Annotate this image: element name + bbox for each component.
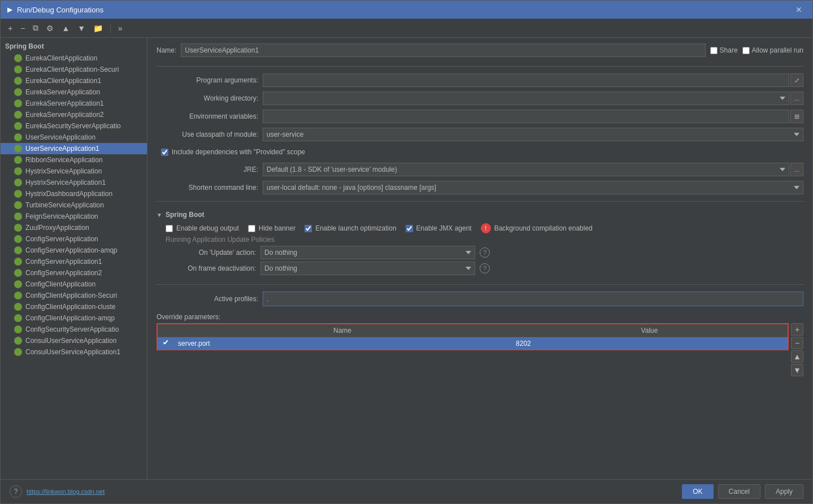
sidebar-item-hystrixdashboardapplication[interactable]: HystrixDashboardApplication [1, 188, 147, 199]
bottom-bar: ? https://linkwon.blog.csdn.net OK Cance… [1, 479, 812, 503]
jre-select[interactable]: Default (1.8 - SDK of 'user-service' mod… [263, 163, 789, 176]
apply-button[interactable]: Apply [765, 484, 803, 499]
website-link[interactable]: https://linkwon.blog.csdn.net [27, 488, 105, 495]
sidebar-item-eurekaclientapplication-securi[interactable]: EurekaClientApplication-Securi [1, 64, 147, 75]
sidebar-item-configclientapplication[interactable]: ConfigClientApplication [1, 279, 147, 290]
sidebar-item-configserverapplication[interactable]: ConfigServerApplication [1, 233, 147, 245]
close-button[interactable]: ✕ [792, 4, 806, 15]
sidebar-item-userserviceapplication1[interactable]: UserServiceApplication1 [1, 143, 147, 154]
sidebar: Spring Boot EurekaClientApplication Eure… [1, 38, 147, 479]
frame-deactivation-info-icon[interactable]: ? [480, 263, 490, 273]
sidebar-item-eurekaclientapplication[interactable]: EurekaClientApplication [1, 53, 147, 64]
working-dir-browse-button[interactable]: ... [790, 92, 803, 105]
enable-launch-option[interactable]: Enable launch optimization [305, 224, 396, 232]
env-vars-input[interactable] [263, 110, 789, 123]
sidebar-item-configclientapplication-securi[interactable]: ConfigClientApplication-Securi [1, 290, 147, 301]
override-remove-button[interactable]: − [791, 337, 803, 349]
sidebar-item-configclientapplication-cluste[interactable]: ConfigClientApplication-cluste [1, 301, 147, 312]
override-add-button[interactable]: + [791, 323, 803, 336]
more-button[interactable]: » [115, 22, 125, 34]
warning-icon: ! [481, 223, 491, 233]
classpath-select[interactable]: user-service [263, 128, 803, 141]
remove-config-button[interactable]: − [18, 22, 28, 34]
sidebar-item-feignserviceapplication[interactable]: FeignServiceApplication [1, 211, 147, 222]
sidebar-item-configserverapplication1[interactable]: ConfigServerApplication1 [1, 256, 147, 267]
spring-boot-section-header[interactable]: ▼ Spring Boot [156, 208, 803, 221]
sidebar-item-eurekaserverapplication2[interactable]: EurekaServerApplication2 [1, 109, 147, 120]
include-deps-checkbox[interactable] [161, 149, 168, 156]
parallel-option[interactable]: Allow parallel run [742, 46, 803, 54]
shorten-select[interactable]: user-local default: none - java [options… [263, 181, 803, 194]
copy-config-button[interactable]: ⧉ [30, 21, 41, 34]
active-profiles-label: Active profiles: [156, 295, 258, 303]
update-action-info-icon[interactable]: ? [480, 247, 490, 258]
frame-deactivation-select[interactable]: Do nothing Update resources Update class… [260, 262, 475, 275]
running-app-label: Running Application Update Policies [166, 236, 803, 244]
override-table-container: Name Value server.port [156, 323, 789, 350]
sidebar-item-eurekasecurityserverapplication[interactable]: EurekaSecurityServerApplicatio [1, 120, 147, 132]
sidebar-item-configsecurityserverapplication[interactable]: ConfigSecurityServerApplicatio [1, 324, 147, 335]
sidebar-item-label: ConsulUserServiceApplication [25, 337, 116, 345]
sidebar-item-zuulproxyapplication[interactable]: ZuulProxyApplication [1, 222, 147, 233]
spring-boot-icon [14, 77, 22, 85]
sidebar-item-eurekaserverapplication[interactable]: EurekaServerApplication [1, 86, 147, 98]
toolbar-separator [110, 23, 111, 33]
override-row-value: 8202 [511, 337, 788, 350]
spring-boot-icon [14, 66, 22, 73]
update-action-select[interactable]: Do nothing Update resources Update class… [260, 246, 475, 259]
parallel-checkbox[interactable] [742, 47, 750, 54]
env-vars-browse-button[interactable]: ⊞ [790, 110, 803, 123]
spring-boot-icon [14, 280, 22, 288]
hide-banner-option[interactable]: Hide banner [248, 224, 295, 232]
active-profiles-input[interactable] [263, 292, 803, 306]
hide-banner-checkbox[interactable] [248, 225, 255, 232]
enable-jmx-checkbox[interactable] [406, 225, 413, 232]
override-col-value: Value [511, 324, 788, 337]
right-panel: Name: Share Allow parallel run Program a… [147, 38, 812, 479]
add-config-button[interactable]: + [5, 22, 15, 34]
enable-jmx-option[interactable]: Enable JMX agent [406, 224, 472, 232]
working-dir-select[interactable] [263, 92, 789, 105]
sidebar-item-userserviceapplication[interactable]: UserServiceApplication [1, 132, 147, 143]
include-deps-option[interactable]: Include dependencies with "Provided" sco… [161, 148, 305, 156]
sidebar-item-ribbonserviceapplication[interactable]: RibbonServiceApplication [1, 154, 147, 166]
share-option[interactable]: Share [710, 46, 738, 54]
update-action-label: On 'Update' action: [166, 249, 256, 257]
help-button[interactable]: ? [10, 485, 22, 498]
sidebar-item-eurekaclientapplication1[interactable]: EurekaClientApplication1 [1, 75, 147, 86]
sidebar-item-configserverapplication-amqp[interactable]: ConfigServerApplication-amqp [1, 245, 147, 256]
sidebar-item-consuluserserviceapplication[interactable]: ConsulUserServiceApplication [1, 335, 147, 346]
include-deps-row: Include dependencies with "Provided" sco… [156, 148, 803, 156]
sidebar-item-turbineserviceapplication[interactable]: TurbineServiceApplication [1, 199, 147, 211]
override-move-down-button[interactable]: ▼ [791, 364, 803, 376]
enable-debug-option[interactable]: Enable debug output [166, 224, 239, 232]
enable-debug-checkbox[interactable] [166, 225, 173, 232]
table-row[interactable]: server.port 8202 [158, 337, 788, 350]
ok-button[interactable]: OK [682, 484, 713, 499]
share-checkbox[interactable] [710, 47, 718, 54]
override-row-checkbox[interactable] [162, 339, 169, 346]
override-row-check-cell [158, 337, 173, 350]
program-args-expand-button[interactable]: ⤢ [790, 73, 803, 87]
spring-boot-icon [14, 167, 22, 175]
sidebar-item-label: EurekaClientApplication1 [25, 77, 101, 85]
sidebar-item-eurekaserverapplication1[interactable]: EurekaServerApplication1 [1, 98, 147, 109]
move-up-button[interactable]: ▲ [59, 22, 72, 34]
sidebar-item-configserverapplication2[interactable]: ConfigServerApplication2 [1, 267, 147, 279]
program-args-input[interactable] [263, 73, 789, 87]
override-move-up-button[interactable]: ▲ [791, 350, 803, 363]
move-down-button[interactable]: ▼ [75, 22, 88, 34]
spring-boot-icon [14, 179, 22, 186]
folder-button[interactable]: 📁 [90, 22, 106, 34]
cancel-button[interactable]: Cancel [718, 484, 760, 499]
jre-browse-button[interactable]: ... [790, 163, 803, 176]
settings-config-button[interactable]: ⚙ [44, 22, 56, 34]
sidebar-item-hystrixserviceapplication[interactable]: HystrixServiceApplication [1, 166, 147, 177]
frame-deactivation-row: On frame deactivation: Do nothing Update… [166, 262, 803, 275]
spring-boot-icon [14, 156, 22, 164]
sidebar-item-configclientapplication-amqp[interactable]: ConfigClientApplication-amqp [1, 312, 147, 324]
sidebar-item-hystrixserviceapplication1[interactable]: HystrixServiceApplication1 [1, 177, 147, 188]
name-input[interactable] [181, 44, 705, 57]
sidebar-item-consuluserserviceapplication1[interactable]: ConsulUserServiceApplication1 [1, 346, 147, 358]
enable-launch-checkbox[interactable] [305, 225, 312, 232]
